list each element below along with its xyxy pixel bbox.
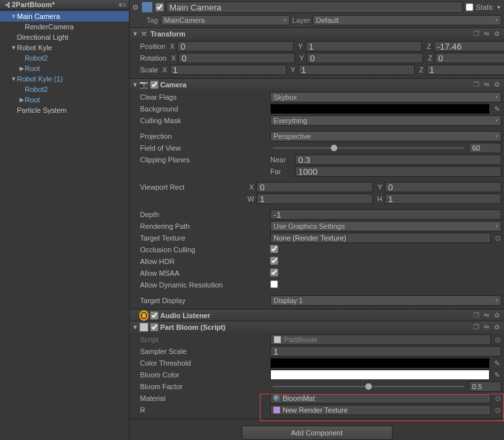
eyedropper-icon[interactable]: ✎ [492,359,501,368]
hierarchy-item[interactable]: ▶Root [0,95,129,105]
gear-icon[interactable]: ✿ [492,29,501,38]
rotation-x-field[interactable] [178,53,295,63]
y-label: Y [296,42,303,50]
occlusionculling-checkbox[interactable] [270,245,278,253]
hierarchy-item[interactable]: ▼Robot Kyle (1) [0,74,129,84]
component-header[interactable]: ▼ ⤧ Transform ❐ ⇆ ✿ [130,28,504,39]
viewport-x-field[interactable] [257,182,373,192]
help-icon[interactable]: ❐ [471,80,481,89]
far-field[interactable] [295,166,501,177]
eyedropper-icon[interactable]: ✎ [492,104,501,113]
gear-icon[interactable]: ✿ [492,311,501,320]
gear-icon[interactable]: ✿ [492,323,501,332]
object-picker-icon[interactable]: ⊙ [494,406,501,415]
component-header[interactable]: ▼ Part Bloom (Script) ❐ ⇆ ✿ [130,321,504,332]
help-icon[interactable]: ❐ [471,29,481,38]
fov-value[interactable]: 60 [469,143,501,153]
hierarchy-item[interactable]: ▼Robot Kyle [0,42,129,53]
component-header[interactable]: ▼ 📷 Camera ❐ ⇆ ✿ [130,79,504,90]
static-dropdown-icon[interactable]: ▼ [496,5,501,10]
hierarchy-item[interactable]: ·RenderCamera [0,22,129,32]
rendertexture-field[interactable]: New Render Texture [270,405,491,415]
gear-icon[interactable]: ✿ [492,80,501,89]
expand-tri-icon[interactable]: ▶ [18,96,25,103]
object-picker-icon[interactable]: ⊙ [494,336,501,344]
clearflags-dropdown[interactable]: Skybox▾ [270,92,501,102]
component-header[interactable]: Audio Listener ❐ ⇆ ✿ [130,310,504,321]
scale-y-field[interactable] [298,65,415,75]
background-color-field[interactable] [270,104,490,114]
position-x-field[interactable] [177,41,294,51]
object-picker-icon[interactable]: ⊙ [494,234,501,242]
static-checkbox[interactable] [466,3,473,11]
bloomfactor-value[interactable]: 0.5 [469,381,501,392]
hierarchy-item[interactable]: ·Robot2 [0,53,129,63]
bloomcolor-field[interactable] [270,370,490,380]
audiolistener-enable-checkbox[interactable] [150,312,158,319]
hierarchy-label: Root [25,65,40,72]
preset-icon[interactable]: ⇆ [482,80,491,89]
allowhdr-checkbox[interactable] [270,257,278,265]
fov-slider[interactable] [270,147,466,149]
scale-z-field[interactable] [427,65,504,75]
add-component-button[interactable]: Add Component [242,426,393,440]
projection-dropdown[interactable]: Perspective▾ [270,131,501,141]
hierarchy-item[interactable]: ·Particle System [0,105,129,115]
preset-icon[interactable]: ⇆ [482,323,491,332]
preset-icon[interactable]: ⇆ [482,29,491,38]
expand-tri-icon[interactable]: ▼ [10,44,17,51]
bloomfactor-slider[interactable] [270,386,466,387]
position-z-field[interactable] [434,41,504,51]
rotation-z-field[interactable] [435,53,504,63]
scene-name[interactable]: 2PartBloom* [12,1,119,8]
expand-tri-icon[interactable]: ▶ [18,65,25,72]
viewport-w-field[interactable] [257,194,373,204]
component-title: Part Bloom (Script) [160,323,469,331]
transform-component: ▼ ⤧ Transform ❐ ⇆ ✿ Position X Y Z Rotat… [130,28,504,79]
expand-tri-icon[interactable]: ▼ [10,76,17,82]
renderingpath-dropdown[interactable]: Use Graphics Settings▾ [270,221,501,231]
expand-tri-icon[interactable]: ▼ [10,13,17,20]
gameobject-name-field[interactable] [166,1,463,13]
hierarchy-label: Robot Kyle (1) [17,75,63,83]
collapse-tri-icon[interactable]: ▼ [132,31,137,37]
eyedropper-icon[interactable]: ✎ [492,370,501,379]
depth-label: Depth [132,211,268,218]
viewport-h-field[interactable] [385,194,501,204]
preset-icon[interactable]: ⇆ [482,311,491,320]
depth-field[interactable] [270,209,501,220]
viewport-y-field[interactable] [385,182,501,192]
position-y-field[interactable] [305,41,422,51]
samplerscale-field[interactable] [270,346,501,357]
camera-enable-checkbox[interactable] [150,81,158,89]
script-enable-checkbox[interactable] [150,323,158,331]
material-field[interactable]: BloomMat [270,393,491,403]
near-field[interactable] [295,154,501,165]
hierarchy-item-main-camera[interactable]: ▼Main Camera [0,11,129,22]
allowmsaa-label: Allow MSAA [132,269,268,277]
gameobject-active-checkbox[interactable] [156,3,163,11]
cullingmask-dropdown[interactable]: Everything▾ [270,115,501,126]
hierarchy-item[interactable]: ·Robot2 [0,84,129,95]
hierarchy-item[interactable]: ▶Root [0,63,129,74]
collapse-tri-icon[interactable]: ▼ [132,324,137,330]
gear-icon[interactable]: ⚙ [132,3,139,12]
hierarchy-item[interactable]: ·Directional Light [0,32,129,42]
dynres-label: Allow Dynamic Resolution [132,281,268,289]
object-picker-icon[interactable]: ⊙ [494,394,501,403]
colorthreshold-field[interactable] [270,358,490,368]
gameobject-icon[interactable] [141,1,153,13]
help-icon[interactable]: ❐ [471,323,481,332]
targetdisplay-dropdown[interactable]: Display 1▾ [270,295,501,306]
dynres-checkbox[interactable] [270,280,278,288]
hierarchy-menu-icon[interactable]: ▾≡ [119,1,126,9]
rotation-y-field[interactable] [307,53,423,63]
collapse-tri-icon[interactable]: ▼ [132,81,137,88]
allowmsaa-checkbox[interactable] [270,269,278,276]
layer-dropdown[interactable]: Default▾ [313,15,501,25]
targettexture-field[interactable]: None (Render Texture) [270,233,491,243]
tag-dropdown[interactable]: MainCamera▾ [161,15,290,25]
layer-value: Default [316,16,339,24]
scale-x-field[interactable] [170,65,287,75]
help-icon[interactable]: ❐ [471,311,481,320]
